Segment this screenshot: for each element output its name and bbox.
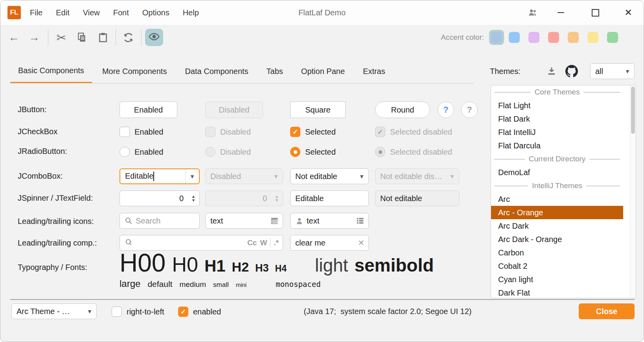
tab-more-components[interactable]: More Components — [94, 59, 175, 83]
theme-item-arc-dark-orange[interactable]: Arc Dark - Orange — [491, 233, 623, 246]
search-dropdown-icon[interactable] — [120, 238, 133, 247]
copy-icon[interactable] — [75, 25, 88, 50]
themes-filter-combobox[interactable]: all ▾ — [590, 63, 635, 79]
checkbox-selected[interactable]: ✓Selected — [290, 127, 336, 137]
combobox-not-editable-disabled[interactable]: Not editable dis… ▾ — [375, 168, 459, 184]
tab-extras[interactable]: Extras — [355, 59, 393, 83]
theme-item-flat-dark[interactable]: Flat Dark — [491, 112, 623, 126]
spinner-arrows-icon: ▴▾ — [271, 194, 283, 202]
regex-button[interactable]: .* — [274, 238, 279, 247]
accent-swatch[interactable] — [528, 32, 539, 43]
list-icon[interactable] — [356, 216, 364, 225]
text-input-calendar[interactable]: text — [205, 213, 283, 229]
accent-swatch[interactable] — [548, 32, 559, 43]
menu-font[interactable]: Font — [107, 8, 136, 17]
spinner-arrows-icon[interactable]: ▴▾ — [188, 194, 199, 202]
refresh-icon[interactable] — [121, 25, 135, 50]
theme-group-current-directory: Current Directory — [491, 152, 623, 166]
app-window: FL File Edit View Font Options Help Flat… — [0, 0, 644, 342]
enabled-checkbox[interactable]: ✓enabled — [178, 307, 221, 317]
round-button[interactable]: Round — [375, 102, 430, 118]
paste-icon[interactable] — [96, 25, 110, 50]
jbutton-label: JButton: — [18, 105, 46, 114]
semibold-sample: semibold — [354, 255, 434, 276]
textfield-not-editable[interactable]: Not editable — [375, 190, 459, 206]
match-case-button[interactable]: Cc — [247, 238, 257, 247]
enabled-button[interactable]: Enabled — [120, 102, 177, 118]
radio-selected-disabled[interactable]: Selected disabled — [375, 147, 452, 157]
checkbox-enabled[interactable]: Enabled — [120, 127, 163, 137]
search-input[interactable]: Search — [120, 213, 200, 229]
accent-swatch[interactable] — [587, 32, 598, 43]
accent-swatch[interactable] — [568, 32, 579, 43]
leading-trailing-icons-label: Leading/trailing icons: — [18, 217, 94, 226]
forward-icon[interactable]: → — [28, 25, 40, 50]
leading-trailing-comp-label: Leading/trailing comp.: — [18, 238, 97, 248]
users-icon[interactable] — [526, 0, 539, 25]
menu-view[interactable]: View — [76, 8, 107, 17]
checkbox-selected-disabled[interactable]: ✓Selected disabled — [375, 127, 452, 137]
show-hidden-button[interactable] — [145, 29, 163, 46]
cut-icon[interactable]: ✂ — [55, 25, 68, 50]
laf-combobox-value: Arc Theme - … — [12, 307, 83, 316]
app-logo[interactable]: FL — [7, 6, 21, 19]
theme-item-demolaf[interactable]: DemoLaf — [491, 166, 623, 179]
radio-selected[interactable]: Selected — [290, 147, 336, 157]
help-button[interactable]: ? — [438, 102, 454, 118]
menu-help[interactable]: Help — [176, 8, 206, 17]
theme-item-arc-orange[interactable]: Arc - Orange — [491, 206, 623, 219]
combobox-disabled[interactable]: Disabled ▾ — [205, 168, 283, 184]
radio-disabled[interactable]: Disabled — [205, 147, 251, 157]
themes-scrollbar-thumb[interactable] — [631, 87, 635, 134]
theme-item-arc[interactable]: Arc — [491, 192, 623, 206]
theme-item-flat-light[interactable]: Flat Light — [491, 99, 623, 112]
github-icon[interactable] — [564, 63, 580, 79]
checkbox-icon — [120, 127, 130, 137]
theme-group-intellij-themes: IntelliJ Themes — [491, 179, 623, 192]
accent-swatch[interactable] — [607, 32, 618, 43]
whole-words-button[interactable]: W — [260, 238, 267, 247]
right-to-left-checkbox[interactable]: right-to-left — [112, 307, 164, 317]
download-icon[interactable] — [544, 63, 559, 79]
checkbox-checked-icon: ✓ — [178, 307, 188, 317]
disabled-button[interactable]: Disabled — [205, 102, 263, 118]
laf-combobox[interactable]: Arc Theme - … ▾ — [11, 303, 97, 319]
theme-item-arc-dark[interactable]: Arc Dark — [491, 219, 623, 233]
tab-basic-components[interactable]: Basic Components — [10, 59, 92, 83]
combobox-editable[interactable]: Editable ▾ — [120, 168, 200, 184]
theme-item-carbon[interactable]: Carbon — [491, 246, 623, 259]
chevron-down-icon: ▾ — [445, 172, 459, 181]
theme-item-dark-flat[interactable]: Dark Flat — [491, 286, 623, 298]
radio-enabled[interactable]: Enabled — [120, 147, 163, 157]
help-button-disabled[interactable]: ? — [461, 102, 478, 118]
close-window-icon[interactable]: ✕ — [622, 0, 635, 25]
maximize-icon[interactable] — [589, 0, 602, 25]
accent-swatch[interactable] — [509, 32, 520, 43]
accent-swatch-selected[interactable] — [489, 30, 504, 45]
table-icon[interactable] — [270, 216, 279, 225]
back-icon[interactable]: ← — [7, 25, 20, 50]
theme-item-cyan-light[interactable]: Cyan light — [491, 273, 623, 286]
clear-icon[interactable]: ✕ — [358, 238, 364, 248]
tab-tabs[interactable]: Tabs — [259, 59, 291, 83]
textfield-editable[interactable]: Editable — [290, 190, 369, 206]
minimize-icon[interactable] — [554, 0, 567, 25]
menu-options[interactable]: Options — [136, 8, 176, 17]
combobox-not-editable[interactable]: Not editable ▾ — [290, 168, 369, 184]
theme-item-flat-intellij[interactable]: Flat IntelliJ — [491, 126, 623, 139]
tab-data-components[interactable]: Data Components — [177, 59, 256, 83]
spinner-disabled[interactable]: 0 ▴▾ — [205, 190, 283, 206]
theme-item-cobalt-2[interactable]: Cobalt 2 — [491, 259, 623, 273]
spinner[interactable]: 0 ▴▾ — [120, 190, 200, 206]
menu-file[interactable]: File — [23, 8, 49, 17]
menu-edit[interactable]: Edit — [49, 8, 76, 17]
themes-scrollbar[interactable] — [630, 85, 636, 298]
themes-list[interactable]: Core Themes Flat Light Flat Dark Flat In… — [491, 85, 636, 298]
accent-swatch[interactable] — [491, 32, 502, 43]
square-button[interactable]: Square — [290, 102, 346, 118]
theme-item-flat-darcula[interactable]: Flat Darcula — [491, 139, 623, 152]
text-input-person[interactable]: text — [290, 213, 369, 229]
close-button[interactable]: Close — [579, 303, 635, 319]
tab-option-pane[interactable]: Option Pane — [293, 59, 353, 83]
checkbox-disabled[interactable]: Disabled — [205, 127, 251, 137]
